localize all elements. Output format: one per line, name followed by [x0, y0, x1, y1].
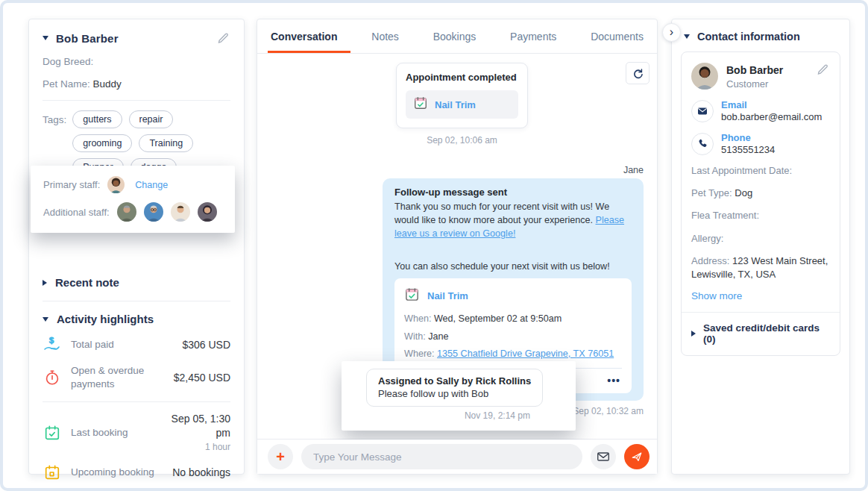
- calendar-check-pink-icon: [404, 287, 420, 305]
- message-input[interactable]: [301, 444, 582, 469]
- divider: [682, 312, 840, 313]
- service-name-link[interactable]: Nail Trim: [435, 99, 476, 110]
- email-label: Email: [721, 99, 822, 110]
- timestamp: Sep 02, 10:32 am: [573, 406, 644, 416]
- tab-notes[interactable]: Notes: [371, 19, 399, 53]
- with-label: With:: [404, 331, 426, 342]
- additional-staff-label: Additional staff:: [43, 207, 110, 218]
- followup-title: Follow-up message sent: [394, 187, 632, 198]
- service-strip[interactable]: Nail Trim: [406, 90, 518, 119]
- phone-value: 5135551234: [721, 144, 775, 155]
- where-label: Where:: [404, 348, 435, 359]
- recent-note-section[interactable]: Recent note: [43, 276, 230, 289]
- recent-note-label: Recent note: [55, 276, 119, 289]
- edit-contact-icon[interactable]: [817, 63, 830, 76]
- divider: [43, 401, 230, 402]
- overdue-clock-icon: [43, 368, 62, 387]
- email-row[interactable]: Email bob.barber@email.com: [691, 99, 830, 122]
- tab-documents[interactable]: Documents: [591, 19, 644, 53]
- tag-pill[interactable]: gutters: [72, 110, 122, 128]
- message-input-bar: +: [257, 439, 657, 474]
- customer-name: Bob Barber: [56, 32, 119, 45]
- chevron-down-icon[interactable]: [684, 34, 690, 39]
- schedule-line: You can also schedule your next visit wi…: [394, 261, 632, 272]
- additional-staff-avatar[interactable]: [117, 202, 136, 222]
- show-more-link[interactable]: Show more: [691, 290, 830, 301]
- contact-card: Bob Barber Customer Email bob.barber@ema…: [681, 51, 840, 356]
- total-paid-value: $306 USD: [162, 338, 230, 351]
- pet-name-value: Buddy: [93, 78, 122, 90]
- field-label: Allergy:: [691, 233, 723, 244]
- address-map-link[interactable]: 1355 Chatfield Drive Grapevine, TX 76051: [437, 348, 614, 359]
- chevron-down-icon[interactable]: [43, 36, 48, 40]
- activity-row-overdue: Open & overdue payments $2,450 USD: [43, 364, 230, 391]
- appointment-completed-title: Appointment completed: [406, 72, 518, 83]
- more-options-icon[interactable]: •••: [573, 375, 620, 387]
- chevron-right-icon: ›: [670, 25, 673, 39]
- tab-bar: Conversation Notes Bookings Payments Doc…: [257, 19, 657, 54]
- conversation-thread: Appointment completed Nail Trim Sep 02, …: [257, 54, 657, 440]
- staff-spotlight-card: Primary staff: Change Additional staff:: [31, 166, 235, 233]
- when-label: When:: [404, 313, 431, 324]
- timestamp: Nov 19, 2:14 pm: [366, 410, 530, 421]
- refresh-button[interactable]: [626, 62, 650, 84]
- activity-highlights-label: Activity highlights: [57, 313, 154, 325]
- saved-cards-label: Saved credit/debit cards (0): [703, 322, 830, 345]
- assignment-body: Please follow up with Bob: [378, 388, 531, 399]
- customer-summary-panel: Bob Barber Dog Breed: Pet Name: Buddy Ta…: [28, 19, 245, 475]
- assignment-title: Assigned to Sally by Rick Rollins: [378, 375, 531, 387]
- email-message-button[interactable]: [591, 444, 616, 469]
- additional-staff-avatar[interactable]: [171, 202, 190, 222]
- tag-pill[interactable]: repair: [129, 110, 174, 128]
- envelope-icon: [691, 100, 714, 122]
- with-value: Jane: [428, 331, 448, 342]
- additional-staff-avatar[interactable]: [198, 202, 217, 222]
- field-value: Dog: [735, 187, 752, 198]
- contact-info-header: Contact information: [697, 31, 800, 43]
- service-name-link[interactable]: Nail Trim: [427, 290, 468, 301]
- edit-customer-icon[interactable]: [217, 31, 230, 45]
- tab-bookings[interactable]: Bookings: [433, 19, 477, 53]
- phone-row[interactable]: Phone 5135551234: [691, 132, 830, 155]
- hand-dollar-icon: $: [43, 335, 62, 354]
- dog-breed-label: Dog Breed:: [43, 56, 230, 67]
- chevron-right-icon: [43, 280, 47, 286]
- upcoming-booking-value: No bookings: [162, 466, 230, 479]
- tag-pill[interactable]: grooming: [72, 134, 132, 152]
- last-booking-value: Sep 05, 1:30 pm: [172, 413, 230, 438]
- email-value: bob.barber@email.com: [721, 111, 822, 122]
- last-booking-duration: 1 hour: [205, 442, 230, 452]
- change-staff-link[interactable]: Change: [135, 180, 168, 190]
- app-frame: Bob Barber Dog Breed: Pet Name: Buddy Ta…: [0, 0, 868, 491]
- tab-conversation[interactable]: Conversation: [271, 19, 337, 53]
- followup-body: Thank you so much for your recent visit …: [394, 201, 609, 225]
- add-attachment-button[interactable]: +: [268, 444, 293, 469]
- assignment-spotlight: Assigned to Sally by Rick Rollins Please…: [342, 361, 576, 431]
- conversation-panel: Conversation Notes Bookings Payments Doc…: [257, 19, 658, 475]
- phone-icon: [691, 133, 714, 155]
- field-label: Last Appointment Date:: [691, 165, 792, 176]
- pet-name-label: Pet Name:: [43, 78, 90, 90]
- tab-payments[interactable]: Payments: [510, 19, 556, 53]
- divider: [43, 301, 230, 301]
- calendar-upcoming-icon: [43, 463, 62, 482]
- contact-avatar: [691, 63, 718, 90]
- tag-pill[interactable]: Training: [139, 134, 193, 152]
- send-message-button[interactable]: [624, 444, 650, 469]
- when-value: Wed, September 02 at 9:50am: [434, 313, 562, 324]
- field-label: Address:: [691, 255, 729, 266]
- overdue-value: $2,450 USD: [162, 371, 230, 384]
- primary-staff-avatar[interactable]: [107, 176, 125, 193]
- calendar-check-icon: [43, 423, 62, 442]
- calendar-check-pink-icon: [413, 96, 428, 113]
- field-label: Pet Type:: [691, 187, 732, 198]
- activity-highlights-section[interactable]: Activity highlights: [43, 313, 230, 325]
- activity-row-upcoming: Upcoming booking No bookings: [43, 463, 230, 482]
- saved-cards-section[interactable]: Saved credit/debit cards (0): [691, 322, 830, 345]
- collapse-panel-button[interactable]: ›: [662, 23, 681, 42]
- field-label: Flea Treatment:: [691, 210, 759, 221]
- additional-staff-avatar[interactable]: [144, 202, 163, 222]
- assignment-note-card: Assigned to Sally by Rick Rollins Please…: [366, 369, 543, 407]
- divider: [43, 100, 230, 101]
- appointment-completed-card: Appointment completed Nail Trim: [396, 63, 528, 128]
